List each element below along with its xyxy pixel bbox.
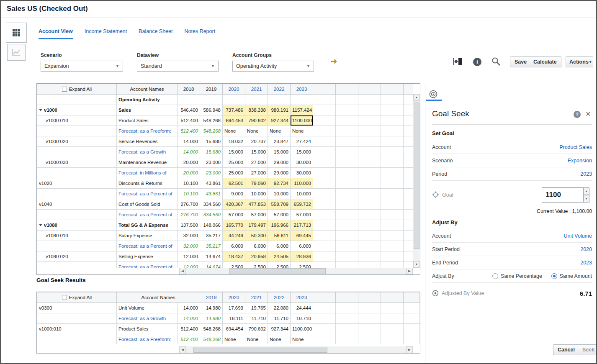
forecast-link[interactable]: Forecast: as a Growth — [117, 313, 178, 324]
goal-period-value[interactable]: 2023 — [580, 171, 592, 177]
value-cell[interactable]: 1100.000 — [291, 115, 313, 126]
value-cell[interactable]: 790.602 — [245, 324, 268, 334]
account-name-cell[interactable]: Selling Expense — [117, 251, 178, 262]
value-cell[interactable]: 28.936 — [291, 251, 313, 262]
value-cell[interactable]: 548.268 — [200, 115, 223, 126]
year-header[interactable]: 2019 — [200, 292, 223, 303]
horizontal-scroll-thumb[interactable] — [193, 347, 327, 353]
account-name-cell[interactable]: Unit Volume — [117, 303, 178, 313]
account-name-cell[interactable]: Sales — [117, 105, 178, 115]
account-name-cell[interactable]: Total SG & A Expense — [117, 220, 178, 231]
scroll-right-arrow[interactable]: ▶ — [406, 346, 413, 353]
value-cell[interactable]: 92.734 — [268, 178, 291, 189]
value-cell[interactable]: 18.437 — [223, 251, 245, 262]
scroll-left-arrow[interactable]: ◀ — [179, 268, 186, 274]
value-cell[interactable]: 14.674 — [200, 251, 223, 262]
value-cell[interactable]: 19.765 — [245, 303, 268, 313]
value-cell[interactable]: 30.000 — [291, 157, 313, 168]
value-cell[interactable]: 57.000 — [245, 210, 268, 220]
account-name-cell[interactable]: Discounts & Returns — [117, 178, 178, 189]
scroll-left-arrow[interactable]: ◀ — [179, 346, 186, 353]
year-header[interactable]: 2023 — [291, 84, 313, 95]
value-cell[interactable]: 35.217 — [200, 231, 223, 241]
tab-income-statement[interactable]: Income Statement — [85, 28, 127, 39]
forecast-link[interactable]: Forecast: as a Percent of — [117, 189, 178, 199]
account-code-cell[interactable]: v1000:020 — [37, 136, 117, 147]
go-arrow-icon[interactable]: ➜ — [330, 56, 337, 66]
value-cell[interactable]: 12.000 — [178, 251, 200, 262]
year-header[interactable]: 2018 — [178, 84, 200, 95]
value-cell[interactable]: 512.400 — [178, 334, 200, 345]
value-cell[interactable]: 276.700 — [178, 199, 200, 210]
value-cell[interactable]: 980.191 — [268, 105, 291, 115]
value-cell[interactable]: 25.000 — [223, 157, 245, 168]
scroll-up-arrow[interactable]: ▲ — [413, 94, 420, 101]
value-cell[interactable]: 790.602 — [245, 115, 268, 126]
goal-scenario-value[interactable]: Expansion — [568, 158, 592, 164]
account-code-cell[interactable]: v1020 — [37, 178, 117, 189]
value-cell[interactable]: 838.338 — [245, 105, 268, 115]
value-cell[interactable]: 58.811 — [268, 231, 291, 241]
value-cell[interactable]: 50.300 — [245, 231, 268, 241]
value-cell[interactable]: 6.000 — [291, 241, 313, 251]
value-cell[interactable]: 10.000 — [291, 189, 313, 199]
value-cell[interactable]: 10.100 — [178, 189, 200, 199]
vertical-scrollbar[interactable]: ▲ ▼ — [413, 94, 420, 268]
account-code-cell[interactable]: v1000:030 — [37, 157, 117, 168]
chart-view-button[interactable] — [7, 44, 26, 61]
tab-balance-sheet[interactable]: Balance Sheet — [139, 28, 172, 39]
value-cell[interactable]: 927.344 — [268, 115, 291, 126]
value-cell[interactable]: 14.000 — [178, 147, 200, 157]
value-cell[interactable]: 334.560 — [200, 199, 223, 210]
forecast-link[interactable]: Forecast: as a Freeform: — [117, 126, 178, 136]
value-cell[interactable]: None — [245, 126, 268, 136]
value-cell[interactable]: 15.680 — [200, 136, 223, 147]
value-cell[interactable]: 548.268 — [200, 334, 223, 345]
value-cell[interactable]: 18.111 — [223, 313, 245, 324]
value-cell[interactable] — [178, 95, 200, 105]
value-cell[interactable]: 512.400 — [178, 324, 200, 334]
account-code-cell[interactable]: v1080:020 — [37, 251, 117, 262]
horizontal-scrollbar[interactable]: ◀ ▶ — [179, 268, 413, 274]
scenario-select[interactable]: Expansion ▼ — [41, 61, 123, 72]
value-cell[interactable]: 148.066 — [200, 220, 223, 231]
same-amount-option[interactable]: Same Amount — [551, 273, 592, 279]
value-cell[interactable]: 24.505 — [268, 251, 291, 262]
info-icon[interactable]: i — [473, 58, 481, 66]
account-name-cell[interactable]: Service Revenues — [117, 136, 178, 147]
horizontal-scrollbar[interactable]: ◀ ▶ — [179, 346, 413, 353]
value-cell[interactable]: 137.500 — [178, 220, 200, 231]
value-cell[interactable]: 586.948 — [200, 105, 223, 115]
search-icon[interactable] — [491, 56, 501, 68]
expand-triangle-icon[interactable] — [39, 224, 42, 226]
scroll-down-arrow[interactable]: ▼ — [413, 261, 420, 268]
account-code-cell[interactable]: v1080 — [37, 220, 117, 231]
calculate-button[interactable]: Calculate — [529, 56, 561, 67]
account-name-cell[interactable]: Salary Expense — [117, 231, 178, 241]
value-cell[interactable]: 29.000 — [268, 157, 291, 168]
account-name-cell[interactable]: Product Sales — [117, 324, 178, 334]
value-cell[interactable]: 43.861 — [200, 189, 223, 199]
value-cell[interactable]: 548.268 — [200, 126, 223, 136]
value-cell[interactable]: 20.000 — [178, 157, 200, 168]
value-cell[interactable]: 737.486 — [223, 105, 245, 115]
value-cell[interactable]: 23.847 — [268, 136, 291, 147]
value-cell[interactable]: 17.693 — [223, 303, 245, 313]
value-cell[interactable]: 15.680 — [200, 147, 223, 157]
value-cell[interactable]: 14.674 — [200, 262, 223, 268]
value-cell[interactable]: 27.000 — [245, 157, 268, 168]
tab-account-view[interactable]: Account View — [39, 28, 73, 39]
goal-seek-panel-tab[interactable] — [427, 88, 440, 100]
value-cell[interactable]: 558.709 — [268, 199, 291, 210]
year-header[interactable]: 2023 — [291, 292, 313, 303]
value-cell[interactable]: 62.501 — [223, 178, 245, 189]
resize-columns-icon[interactable] — [453, 57, 463, 68]
value-cell[interactable]: None — [245, 334, 268, 345]
value-cell[interactable]: 23.000 — [200, 168, 223, 178]
value-cell[interactable]: 1157.424 — [291, 105, 313, 115]
seek-button[interactable]: Seek — [578, 344, 597, 355]
cancel-button[interactable]: Cancel — [553, 344, 579, 355]
value-cell[interactable]: 44.249 — [223, 231, 245, 241]
value-cell[interactable]: 12.000 — [178, 262, 200, 268]
value-cell[interactable]: 10.100 — [178, 178, 200, 189]
